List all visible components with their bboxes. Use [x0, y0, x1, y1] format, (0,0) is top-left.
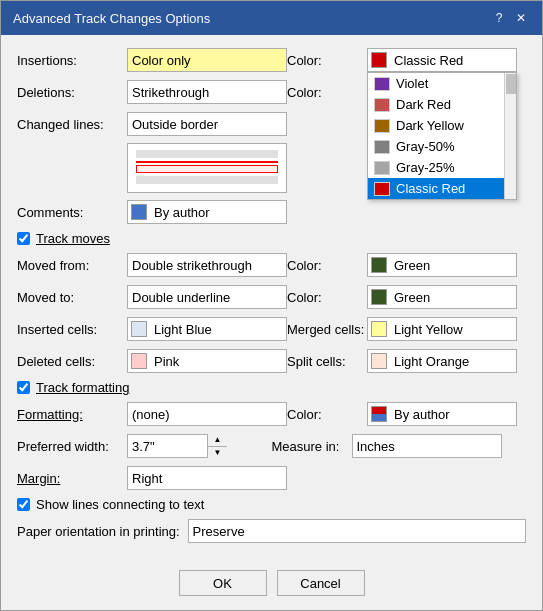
margin-wrapper: Right [127, 466, 287, 490]
darkyellow-swatch [374, 119, 390, 133]
preview-redline [136, 161, 278, 163]
merged-cells-label: Merged cells: [287, 322, 367, 337]
dropdown-item-gray50[interactable]: Gray-50% [368, 136, 516, 157]
margin-label: Margin: [17, 471, 127, 486]
moved-to-label: Moved to: [17, 290, 127, 305]
insertions-label: Insertions: [17, 53, 127, 68]
track-formatting-checkbox[interactable] [17, 381, 30, 394]
preview-line2 [136, 176, 278, 184]
moved-to-wrapper: Double underline [127, 285, 287, 309]
show-lines-checkbox[interactable] [17, 498, 30, 511]
spinner-up-button[interactable]: ▲ [208, 434, 227, 447]
measure-label: Measure in: [272, 439, 352, 454]
formatting-color-wrapper: By author [367, 402, 517, 426]
deleted-cells-select[interactable]: Pink [127, 349, 287, 373]
gray25-label: Gray-25% [396, 160, 455, 175]
moved-to-color-wrapper: Green [367, 285, 517, 309]
dropdown-item-gray25[interactable]: Gray-25% [368, 157, 516, 178]
gray25-swatch [374, 161, 390, 175]
insertions-color-select[interactable]: Classic Red [367, 48, 517, 72]
preview-redbox [136, 165, 278, 173]
insertions-color-select-wrapper: Classic Red [367, 48, 517, 72]
changed-lines-select[interactable]: Outside border [127, 112, 287, 136]
deletions-color-label: Color: [287, 85, 367, 100]
deleted-cells-label: Deleted cells: [17, 354, 127, 369]
split-cells-right: Split cells: Light Orange [287, 349, 526, 373]
gray50-label: Gray-50% [396, 139, 455, 154]
dropdown-item-classicred[interactable]: Classic Red [368, 178, 516, 199]
inserted-cells-label: Inserted cells: [17, 322, 127, 337]
measure-select[interactable]: Inches [352, 434, 502, 458]
insertions-color-label: Color: [287, 53, 367, 68]
paper-orientation-wrapper: Preserve [188, 519, 526, 543]
formatting-left: Formatting: (none) [17, 402, 287, 426]
moved-from-select[interactable]: Double strikethrough [127, 253, 287, 277]
track-moves-checkbox[interactable] [17, 232, 30, 245]
changed-lines-left: Changed lines: Outside border [17, 112, 287, 136]
help-button[interactable]: ? [490, 9, 508, 27]
insertions-color-container: Classic Red Violet Dark Red [367, 48, 517, 72]
show-lines-row: Show lines connecting to text [17, 497, 526, 512]
moved-to-color-label: Color: [287, 290, 367, 305]
moved-to-color-right: Color: Green [287, 285, 526, 309]
close-button[interactable]: ✕ [512, 9, 530, 27]
moved-from-color-right: Color: Green [287, 253, 526, 277]
merged-cells-right: Merged cells: Light Yellow [287, 317, 526, 341]
title-controls: ? ✕ [490, 9, 530, 27]
spinner-down-button[interactable]: ▼ [208, 447, 227, 459]
formatting-swatch-top [372, 407, 386, 414]
comments-left: Comments: By author [17, 200, 287, 224]
moved-from-left: Moved from: Double strikethrough [17, 253, 287, 277]
dropdown-item-violet[interactable]: Violet [368, 73, 516, 94]
dialog-content: Insertions: Color only Color: Classic Re… [1, 35, 542, 560]
moved-from-label: Moved from: [17, 258, 127, 273]
cells-row1: Inserted cells: Light Blue Merged cells:… [17, 316, 526, 342]
preferred-width-label: Preferred width: [17, 439, 127, 454]
cancel-button[interactable]: Cancel [277, 570, 365, 596]
formatting-color-right: Color: By author [287, 402, 526, 426]
dropdown-scrollbar [504, 73, 516, 199]
classicred-swatch [374, 182, 390, 196]
merged-cells-select[interactable]: Light Yellow [367, 317, 517, 341]
track-moves-row: Track moves [17, 231, 526, 246]
spinner-wrapper: ▲ ▼ [127, 434, 227, 458]
split-cells-select[interactable]: Light Orange [367, 349, 517, 373]
measure-wrapper: Inches [352, 434, 502, 458]
track-moves-label: Track moves [36, 231, 110, 246]
formatting-color-select[interactable]: By author [367, 402, 517, 426]
scrollbar-thumb [506, 74, 516, 94]
moved-to-color-select[interactable]: Green [367, 285, 517, 309]
margin-select[interactable]: Right [127, 466, 287, 490]
insertions-select[interactable]: Color only [127, 48, 287, 72]
dropdown-item-darkred[interactable]: Dark Red [368, 94, 516, 115]
merged-cells-swatch [371, 321, 387, 337]
deletions-label: Deletions: [17, 85, 127, 100]
comments-select[interactable]: By author [127, 200, 287, 224]
insertions-row: Insertions: Color only Color: Classic Re… [17, 47, 526, 73]
dropdown-item-darkyellow[interactable]: Dark Yellow [368, 115, 516, 136]
violet-label: Violet [396, 76, 428, 91]
deletions-left: Deletions: Strikethrough [17, 80, 287, 104]
moved-from-color-select[interactable]: Green [367, 253, 517, 277]
deletions-select[interactable]: Strikethrough [127, 80, 287, 104]
moved-to-row: Moved to: Double underline Color: Green [17, 284, 526, 310]
formatting-select[interactable]: (none) [127, 402, 287, 426]
split-cells-label: Split cells: [287, 354, 367, 369]
moved-to-select[interactable]: Double underline [127, 285, 287, 309]
track-formatting-label: Track formatting [36, 380, 129, 395]
dialog-footer: OK Cancel [1, 560, 542, 610]
width-row: Preferred width: ▲ ▼ Measure in: Inches [17, 433, 526, 459]
deleted-cells-swatch [131, 353, 147, 369]
ok-button[interactable]: OK [179, 570, 267, 596]
formatting-swatch-bottom [372, 414, 386, 421]
inserted-cells-left: Inserted cells: Light Blue [17, 317, 287, 341]
formatting-row: Formatting: (none) Color: By author [17, 401, 526, 427]
inserted-cells-swatch [131, 321, 147, 337]
track-formatting-row: Track formatting [17, 380, 526, 395]
comments-wrapper: By author [127, 200, 287, 224]
inserted-cells-select[interactable]: Light Blue [127, 317, 287, 341]
classicred-label: Classic Red [396, 181, 465, 196]
violet-swatch [374, 77, 390, 91]
paper-orientation-select[interactable]: Preserve [188, 519, 526, 543]
paper-orientation-row: Paper orientation in printing: Preserve [17, 518, 526, 544]
